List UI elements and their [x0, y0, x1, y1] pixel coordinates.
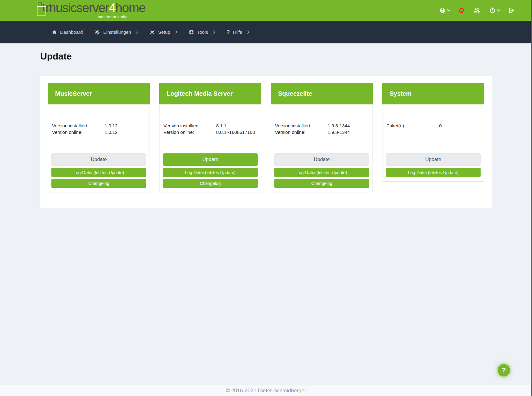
info-row: Version installiert: 1.0.12 [52, 122, 146, 129]
version-info: Version installiert: 8.1.1 Version onlin… [163, 108, 258, 153]
globe-icon [439, 7, 446, 14]
nav-item-dashboard[interactable]: Dashboard [46, 21, 89, 43]
chevron-right-icon [174, 31, 177, 34]
top-banner: musicserver4home multiroom audio [0, 0, 532, 21]
card-body: Version installiert: 1.0.12 Version onli… [48, 104, 150, 192]
card-system: System Paket(e): 0 Update Log-Datei (let… [382, 83, 484, 182]
info-label: Version installiert: [52, 122, 105, 129]
logo-square-small [38, 2, 42, 6]
plus-square-icon [189, 29, 194, 35]
help-fab-button[interactable]: ? [498, 364, 510, 376]
version-info: Paket(e): 0 [386, 108, 481, 153]
info-value: 8.1.1 [216, 122, 226, 129]
info-value: 0 [439, 122, 442, 129]
brand-tagline: multiroom audio [93, 15, 128, 19]
info-row: Version online: 1.0.12 [52, 129, 146, 135]
main-navbar: Dashboard [0, 21, 532, 43]
card-musicserver: MusicServer Version installiert: 1.0.12 … [48, 83, 150, 192]
nav-item-einstellungen[interactable]: Einstellungen [89, 21, 143, 43]
info-row: Version installiert: 8.1.1 [164, 122, 257, 129]
brand-logo[interactable]: musicserver4home multiroom audio [33, 0, 166, 21]
changelog-button[interactable]: Changelog [51, 179, 146, 188]
chevron-down-icon [447, 8, 450, 11]
info-row: Version online: 8.0.1~1608617100 [164, 129, 257, 135]
info-label: Version online: [52, 129, 105, 135]
logo-square-white [37, 6, 46, 15]
chevron-right-icon [212, 31, 215, 34]
info-label: Version installiert: [164, 122, 216, 129]
card-header: Squeezelite [271, 83, 373, 104]
power-menu[interactable] [489, 7, 500, 14]
update-button[interactable]: Update [51, 153, 146, 166]
info-value: 1.0.12 [105, 129, 118, 135]
info-label: Version installiert: [275, 122, 328, 129]
log-file-button[interactable]: Log-Datei (letztes Update) [51, 168, 146, 177]
users-gear-icon [473, 7, 481, 14]
info-row: Paket(e): 0 [386, 122, 480, 129]
nav-item-label: Dashboard [60, 29, 83, 35]
brand-name-part2: home [116, 1, 146, 15]
info-value: 1.9.8-1344 [328, 122, 350, 129]
info-value: 1.9.8-1344 [328, 129, 350, 135]
changelog-button[interactable]: Changelog [163, 179, 258, 188]
home-icon [51, 29, 57, 35]
copyright-text: © 2016-2021 Dieter Schmidberger [226, 388, 306, 394]
question-mark-icon: ? [226, 29, 230, 36]
brand-name: musicserver4home [46, 1, 145, 15]
sync-status-button[interactable] [458, 7, 465, 14]
info-label: Paket(e): [386, 122, 439, 129]
card-header: Logitech Media Server [159, 83, 261, 104]
card-logitech-media-server: Logitech Media Server Version installier… [159, 83, 261, 192]
nav-item-setup[interactable]: Setup [143, 21, 182, 43]
header-icon-bar [439, 0, 515, 21]
chevron-down-icon [497, 8, 500, 11]
changelog-button[interactable]: Changelog [274, 179, 369, 188]
log-file-button[interactable]: Log-Datei (letztes Update) [274, 168, 369, 177]
log-file-button[interactable]: Log-Datei (letztes Update) [163, 168, 258, 177]
card-squeezelite: Squeezelite Version installiert: 1.9.8-1… [271, 83, 373, 192]
update-button[interactable]: Update [163, 153, 258, 166]
power-icon [489, 7, 496, 14]
chevron-right-icon [135, 31, 138, 34]
update-button[interactable]: Update [274, 153, 369, 166]
info-label: Version online: [275, 129, 328, 135]
language-menu[interactable] [439, 7, 450, 14]
nav-item-label: Einstellungen [103, 29, 131, 35]
card-header: MusicServer [48, 83, 150, 104]
update-button[interactable]: Update [386, 153, 481, 166]
sync-icon [458, 7, 465, 14]
nav-item-label: Setup [158, 29, 170, 35]
card-row: MusicServer Version installiert: 1.0.12 … [48, 83, 484, 192]
nav-item-hilfe[interactable]: ? Hilfe [220, 21, 255, 43]
page-title: Update [40, 51, 72, 62]
brand-name-accent: 4 [109, 1, 115, 15]
card-body: Version installiert: 8.1.1 Version onlin… [159, 104, 261, 192]
card-body: Paket(e): 0 Update Log-Datei (letztes Up… [382, 104, 484, 182]
card-body: Version installiert: 1.9.8-1344 Version … [271, 104, 373, 192]
page: musicserver4home multiroom audio [0, 0, 532, 396]
update-panel: MusicServer Version installiert: 1.0.12 … [40, 76, 492, 208]
sign-out-icon [508, 7, 515, 14]
log-file-button[interactable]: Log-Datei (letztes Update) [386, 168, 481, 177]
user-management-button[interactable] [473, 7, 481, 14]
version-info: Version installiert: 1.0.12 Version onli… [51, 108, 146, 153]
info-value: 8.0.1~1608617100 [216, 129, 255, 135]
card-header: System [382, 83, 484, 104]
wrench-tools-icon [149, 29, 155, 35]
gear-icon [94, 29, 100, 35]
nav-item-label: Tools [197, 29, 208, 35]
nav-item-tools[interactable]: Tools [183, 21, 220, 43]
version-info: Version installiert: 1.9.8-1344 Version … [274, 108, 369, 153]
info-row: Version online: 1.9.8-1344 [275, 129, 368, 135]
footer: © 2016-2021 Dieter Schmidberger [0, 385, 532, 396]
nav-item-label: Hilfe [233, 29, 242, 35]
chevron-right-icon [246, 31, 249, 34]
logout-button[interactable] [508, 7, 515, 14]
info-label: Version online: [164, 129, 216, 135]
info-value: 1.0.12 [105, 122, 118, 129]
info-row: Version installiert: 1.9.8-1344 [275, 122, 368, 129]
window-scrollbar[interactable] [531, 0, 532, 396]
brand-name-part1: musicserver [46, 1, 109, 15]
